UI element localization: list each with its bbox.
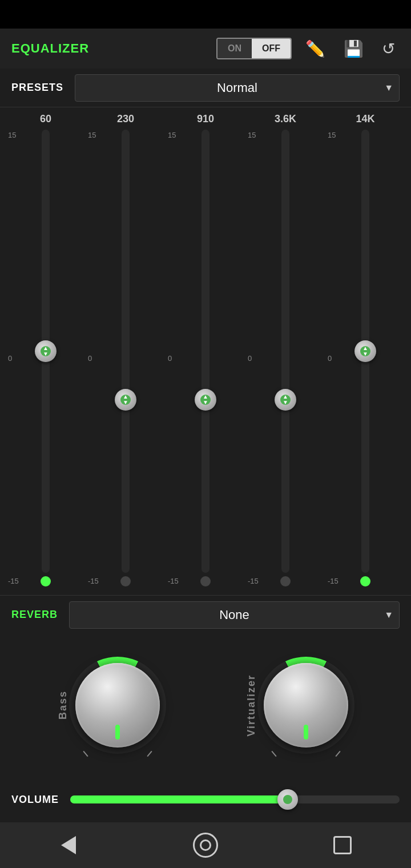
recents-button[interactable] [325,828,360,862]
bass-indicator [115,725,120,740]
virtualizer-knob-body[interactable] [264,663,348,748]
band-thumb-14k[interactable]: ▲ ▼ [354,340,376,362]
virtualizer-knob-ring[interactable] [257,657,354,754]
band-label-60: 60 [40,113,51,125]
bass-container: Bass [57,645,166,765]
reverb-selected: None [219,608,249,622]
bass-knob-ring[interactable] [69,657,166,754]
presets-selected: Normal [217,81,257,95]
bass-tick-left [83,751,88,757]
virtualizer-container: Virtualizer [245,645,354,765]
back-button[interactable] [51,828,86,862]
volume-thumb[interactable] [277,789,298,810]
band-dot-3_6k [280,576,291,586]
band-track-230[interactable]: ▲ ▼ [122,130,130,573]
on-off-toggle[interactable]: ON OFF [216,38,292,59]
eq-band-910: 910 15 0 -15 ▲ ▼ [166,113,245,589]
eq-bands: 60 15 0 -15 ▲ ▼ [0,113,411,589]
band-label-230: 230 [117,113,134,125]
presets-dropdown[interactable]: Normal ▼ [75,74,400,102]
band-dot-910 [200,576,211,586]
band-thumb-230[interactable]: ▲ ▼ [115,389,136,411]
band-dot-230 [120,576,131,586]
presets-row: PRESETS Normal ▼ [0,69,411,107]
band-dot-60 [41,576,51,586]
off-button[interactable]: OFF [252,39,291,58]
header: EQUALIZER ON OFF ✏️ 💾 ↺ [0,29,411,69]
band-label-14k: 14K [356,113,374,125]
band-thumb-60[interactable]: ▲ ▼ [35,340,57,362]
bass-label: Bass [57,690,69,720]
chevron-down-icon: ▼ [384,83,393,93]
back-icon [61,836,76,854]
edit-icon[interactable]: ✏️ [301,37,330,61]
band-thumb-3_6k[interactable]: ▲ ▼ [275,389,296,411]
reset-icon[interactable]: ↺ [377,37,400,61]
band-label-3_6k: 3.6K [275,113,296,125]
virtualizer-indicator [304,725,308,740]
eq-band-3_6k: 3.6K 15 0 -15 ▲ ▼ [245,113,325,589]
band-track-14k[interactable]: ▲ ▼ [361,130,369,573]
virtualizer-knob-wrap [257,645,354,765]
presets-label: PRESETS [11,82,63,94]
home-button[interactable] [188,828,223,862]
save-icon[interactable]: 💾 [339,37,368,61]
volume-section: VOLUME [0,777,411,822]
band-track-3_6k[interactable]: ▲ ▼ [281,130,289,573]
volume-label: VOLUME [11,794,59,806]
virtualizer-tick-left [271,751,276,757]
knobs-section: Bass Virtualizer [0,634,411,777]
volume-thumb-inner [283,795,292,804]
screen: EQUALIZER ON OFF ✏️ 💾 ↺ PRESETS Normal ▼… [0,0,411,868]
eq-band-230: 230 15 0 -15 ▲ ▼ [86,113,166,589]
app-title: EQUALIZER [11,41,89,56]
band-label-910: 910 [197,113,214,125]
reverb-chevron-icon: ▼ [384,610,393,620]
bass-knob-wrap [69,645,166,765]
volume-track[interactable] [70,795,400,803]
bass-tick-right [147,751,152,757]
eq-band-60: 60 15 0 -15 ▲ ▼ [6,113,86,589]
status-bar [0,0,411,29]
home-icon-inner [200,839,211,851]
eq-band-14k: 14K 15 0 -15 ▲ ▼ [325,113,405,589]
virtualizer-label: Virtualizer [245,674,257,737]
on-button[interactable]: ON [217,39,252,58]
virtualizer-tick-right [335,751,340,757]
band-thumb-910[interactable]: ▲ ▼ [195,389,216,411]
reverb-dropdown[interactable]: None ▼ [69,601,400,629]
volume-fill [70,795,288,803]
home-icon [193,833,218,858]
reverb-label: REVERB [11,609,58,621]
band-track-60[interactable]: ▲ ▼ [42,130,50,573]
band-track-910[interactable]: ▲ ▼ [202,130,209,573]
band-dot-14k [360,576,370,586]
nav-bar [0,822,411,868]
eq-section: 60 15 0 -15 ▲ ▼ [0,107,411,595]
bass-knob-body[interactable] [75,663,160,748]
reverb-row: REVERB None ▼ [0,595,411,634]
recents-icon [333,836,352,854]
